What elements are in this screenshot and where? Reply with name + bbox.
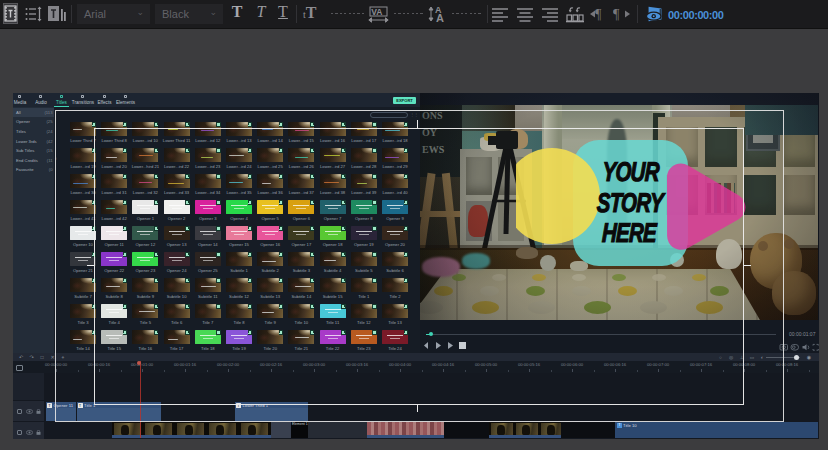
svg-text:VA: VA [371,7,382,17]
svg-text:¶: ¶ [613,7,620,22]
svg-text:¶: ¶ [595,7,602,22]
svg-text:A: A [436,12,444,24]
